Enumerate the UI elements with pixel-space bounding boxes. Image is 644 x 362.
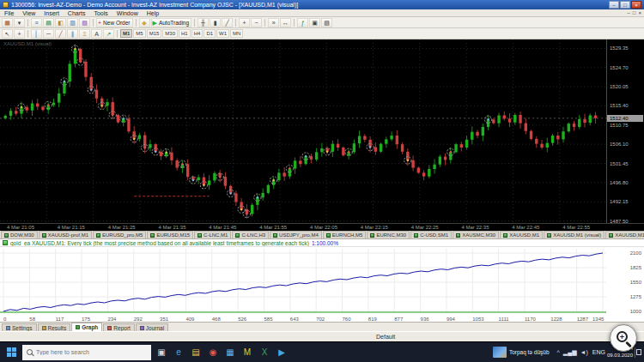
menu-charts[interactable]: Charts <box>64 10 90 16</box>
crosshair-button[interactable]: + <box>14 29 25 39</box>
timeframe-h1-button[interactable]: H1 <box>179 29 191 38</box>
symbol-tab[interactable]: USDJPY_pro,M4 <box>270 231 322 238</box>
symbol-tab[interactable]: DOW,M30 <box>1 231 38 238</box>
balance-curve-svg[interactable] <box>0 247 606 314</box>
timeframe-m5-button[interactable]: M5 <box>133 29 145 38</box>
symbol-tab[interactable]: XAUUSD,M1 (visual) <box>605 231 644 238</box>
text-label-button[interactable]: A <box>91 29 102 39</box>
vertical-line-button[interactable]: │ <box>31 29 42 39</box>
network-icon[interactable]: ▂▄▆ <box>563 349 577 355</box>
edge-taskbar-button[interactable]: e <box>170 343 187 362</box>
file-explorer-taskbar-button[interactable]: ▤ <box>187 343 204 362</box>
data-window-button[interactable]: ▤ <box>43 18 54 27</box>
symbol-tab[interactable]: EURNC,M30 <box>367 231 410 238</box>
metaeditor-button[interactable]: ◆ <box>139 18 150 27</box>
bar-chart-mode-button[interactable]: ╫ <box>197 18 209 27</box>
notification-center-button[interactable] <box>635 347 642 358</box>
trendline-button[interactable]: ╱ <box>55 29 66 39</box>
chrome-taskbar-button[interactable]: ◉ <box>204 343 222 362</box>
menu-tools[interactable]: Tools <box>89 10 112 16</box>
menu-view[interactable]: View <box>18 10 39 16</box>
tester-tab-journal[interactable]: Journal <box>136 323 168 331</box>
symbol-tab-label: XAUUSD-prof,M1 <box>48 232 88 238</box>
symbol-tab[interactable]: XAUUSD,M1 <box>500 231 543 238</box>
templates-button[interactable]: ▨ <box>321 18 332 27</box>
equidistant-channel-button[interactable]: ∥ <box>67 29 78 39</box>
menu-file[interactable]: File <box>0 10 18 16</box>
excel-taskbar-button[interactable]: X <box>256 343 273 362</box>
timeframe-m15-button[interactable]: M15 <box>147 29 162 38</box>
chart-restore-button[interactable]: □ <box>633 10 636 15</box>
tester-tab-results[interactable]: Results <box>38 323 71 331</box>
store-taskbar-button[interactable]: ▦ <box>222 343 239 362</box>
timeframe-m1-button[interactable]: M1 <box>120 29 132 38</box>
zoom-out-button[interactable]: − <box>251 18 262 27</box>
strategy-tester-button[interactable]: ▧ <box>79 18 90 27</box>
symbol-tab[interactable]: C-LNC,M1 <box>194 231 231 238</box>
new-chart-button[interactable]: ▦ <box>2 18 13 27</box>
timeframe-mn-button[interactable]: MN <box>230 29 243 38</box>
indicators-button[interactable]: ƒ <box>297 18 308 27</box>
fibonacci-button[interactable]: Ξ <box>79 29 90 39</box>
zoom-in-button[interactable]: + <box>239 18 250 27</box>
symbol-tab[interactable]: EURUSD_pro,M5 <box>93 231 146 238</box>
tester-tab-graph[interactable]: Graph <box>71 323 102 331</box>
zoom-overlay-button[interactable]: + <box>610 324 637 352</box>
menu-window[interactable]: Window <box>112 10 143 16</box>
line-chart-mode-button[interactable]: ╱ <box>222 18 233 27</box>
close-button[interactable]: × <box>631 1 641 9</box>
tester-balance-graph[interactable]: 0581171752342923514094685265856437027608… <box>0 247 644 323</box>
balance-x-tick: 994 <box>447 317 455 322</box>
symbol-tab[interactable]: XAUUSD,M1 (visual) <box>544 231 605 238</box>
tester-tab-settings[interactable]: Settings <box>2 323 37 331</box>
candlestick-plot[interactable]: XAUUSD,M1 (visual) <box>0 39 606 223</box>
price-scale[interactable]: 1529.351524.701520.051515.401510.751506.… <box>606 39 644 223</box>
symbol-tab[interactable]: C-LNC,H3 <box>232 231 269 238</box>
chart-minimize-button[interactable]: – <box>628 10 630 15</box>
navigator-button[interactable]: ◧ <box>55 18 66 27</box>
symbol-tab[interactable]: EURNCH,M5 <box>323 231 367 238</box>
symbol-tab[interactable]: EURUSD,M15 <box>147 231 193 238</box>
volume-icon[interactable]: ◄) <box>580 349 588 355</box>
market-watch-button[interactable]: ≡ <box>31 18 42 27</box>
timeframe-w1-button[interactable]: W1 <box>216 29 229 38</box>
tester-tab-report[interactable]: Report <box>103 323 135 331</box>
taskbar-search[interactable] <box>22 345 151 360</box>
chart-shift-button[interactable]: ↔ <box>280 18 291 27</box>
periods-button[interactable]: ▣ <box>309 18 320 27</box>
chart-close-button[interactable]: × <box>638 10 641 15</box>
news-widget[interactable]: Torpaq tə düşüb <box>489 347 553 358</box>
chart-profiles-button[interactable]: ▾ <box>14 18 25 27</box>
auto-scroll-button[interactable]: » <box>268 18 279 27</box>
start-button[interactable] <box>2 343 21 362</box>
titlebar[interactable]: 1300056: Invest-AZ-Demo - Demo Account -… <box>0 0 644 9</box>
candlestick-chart-svg[interactable] <box>0 39 606 223</box>
telegram-taskbar-button[interactable]: ▶ <box>273 343 290 362</box>
timeframe-m30-button[interactable]: M30 <box>162 29 178 38</box>
chart-area[interactable]: XAUUSD,M1 (visual) 1529.351524.701520.05… <box>0 39 644 223</box>
symbol-tab[interactable]: XAUSMC,M30 <box>453 231 499 238</box>
metatrader-taskbar-button[interactable]: M <box>239 343 256 362</box>
timeframe-h4-button[interactable]: H4 <box>191 29 204 38</box>
horizontal-line-button[interactable]: ─ <box>43 29 54 39</box>
new-order-button[interactable]: +New Order <box>96 18 133 27</box>
candlestick-mode-button[interactable]: ▮ <box>210 18 221 27</box>
task-view-taskbar-button[interactable]: ▣ <box>153 343 170 362</box>
terminal-button[interactable]: ▥ <box>67 18 78 27</box>
symbol-tab[interactable]: XAUUSD-prof,M1 <box>39 231 92 238</box>
balance-x-tick: 1287 <box>577 317 588 322</box>
autotrading-button[interactable]: ▶AutoTrading <box>151 18 192 27</box>
menu-help[interactable]: Help <box>143 10 163 16</box>
menu-insert[interactable]: Insert <box>39 10 64 16</box>
search-input[interactable] <box>36 349 139 355</box>
language-indicator[interactable]: ENG <box>592 349 605 355</box>
balance-y-tick: 1825 <box>630 265 641 270</box>
symbol-tab[interactable]: C-USD,SM1 <box>410 231 452 238</box>
hidden-icons-chevron[interactable]: ^ <box>557 349 560 355</box>
timeframe-d1-button[interactable]: D1 <box>204 29 216 38</box>
maximize-button[interactable]: □ <box>620 1 630 9</box>
cursor-button[interactable]: ↖ <box>2 29 13 39</box>
symbol-tab-label: XAUSMC,M30 <box>462 232 495 238</box>
minimize-button[interactable]: – <box>609 1 619 9</box>
arrows-tool-button[interactable]: ↗ <box>103 29 114 39</box>
